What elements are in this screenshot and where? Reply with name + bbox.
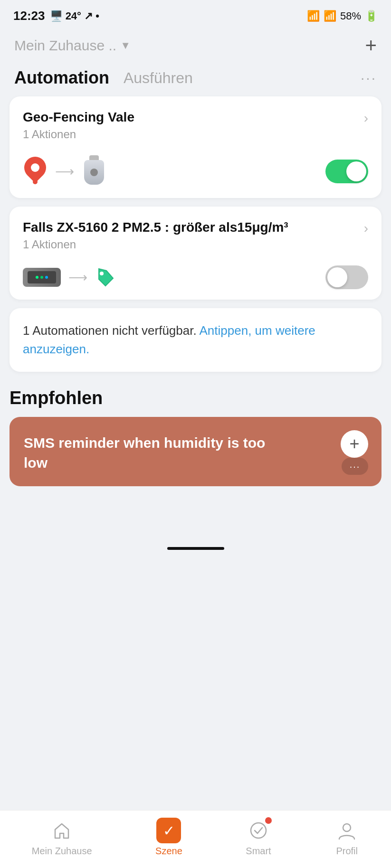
header: Mein Zuhause .. ▼ +: [0, 28, 391, 60]
chevron-right-icon-1: ›: [364, 111, 368, 126]
wifi-icon: 📶: [307, 10, 320, 22]
nav-label-profil: Profil: [336, 846, 358, 857]
tabs-left: Automation Ausführen: [14, 68, 193, 88]
toggle-1[interactable]: [325, 160, 368, 183]
tab-automation[interactable]: Automation: [14, 68, 109, 88]
toggle-2[interactable]: [325, 265, 368, 289]
rec-add-icon: +: [349, 435, 359, 453]
toggle-knob-2: [327, 267, 347, 287]
smart-nav-icon: [246, 818, 271, 843]
nav-item-mein-zuhause[interactable]: Mein Zuhause: [32, 818, 92, 857]
card-icons-1: ⟶: [23, 155, 106, 188]
nav-item-profil[interactable]: Profil: [334, 818, 359, 857]
svg-point-0: [100, 272, 104, 275]
signal-icon: 📶: [324, 10, 336, 22]
card-title-2: Falls ZX-5160 2 PM2.5 : größer als15μg/m…: [23, 220, 364, 235]
tabs-row: Automation Ausführen ···: [0, 60, 391, 92]
card-footer-2: ⟶: [23, 265, 368, 289]
recommended-title: SMS reminder when humidity is too low: [24, 433, 281, 473]
nav-item-smart[interactable]: Smart: [246, 818, 271, 857]
device-icon-1: [82, 155, 106, 188]
tag-icon: [95, 267, 116, 288]
card-header-2: Falls ZX-5160 2 PM2.5 : größer als15μg/m…: [23, 220, 368, 236]
svg-point-1: [251, 823, 266, 838]
card-icons-2: ⟶: [23, 267, 116, 288]
rec-chat-button[interactable]: ···: [342, 458, 368, 475]
status-right-icons: 📶 📶 58% 🔋: [307, 10, 378, 22]
card-footer-1: ⟶: [23, 155, 368, 188]
more-menu-button[interactable]: ···: [361, 70, 377, 86]
svg-point-2: [343, 824, 351, 831]
nav-item-szene[interactable]: ✓ Szene: [155, 818, 182, 857]
card-pm25[interactable]: Falls ZX-5160 2 PM2.5 : größer als15μg/m…: [10, 207, 381, 300]
tab-ausfuhren[interactable]: Ausführen: [124, 69, 193, 87]
content-area: Geo-Fencing Vale › 1 Aktionen ⟶: [0, 92, 391, 543]
card-subtitle-2: 1 Aktionen: [23, 238, 368, 251]
nav-label-szene: Szene: [155, 846, 182, 857]
card-header-1: Geo-Fencing Vale ›: [23, 110, 368, 126]
bottom-navigation: Mein Zuhause ✓ Szene Smart Profil: [0, 810, 391, 868]
info-card: 1 Automationen nicht verfügbar. Antippen…: [10, 308, 381, 372]
status-left: 12:23 🖥️ 24° ↗ •: [13, 9, 99, 23]
rec-add-button[interactable]: +: [341, 430, 368, 458]
toggle-knob-1: [346, 161, 366, 181]
pm-device-icon: [23, 268, 61, 287]
nav-label-mein-zuhause: Mein Zuhause: [32, 846, 92, 857]
status-icons-left: 🖥️ 24° ↗ •: [50, 10, 99, 22]
home-indicator: [167, 547, 224, 550]
home-title-area[interactable]: Mein Zuhause .. ▼: [14, 38, 131, 54]
smart-notification-dot: [265, 817, 272, 824]
battery-icon: 🔋: [365, 10, 378, 22]
dropdown-icon: ▼: [120, 39, 131, 52]
status-bar: 12:23 🖥️ 24° ↗ • 📶 📶 58% 🔋: [0, 0, 391, 28]
location-icon: [23, 157, 48, 186]
home-title-text: Mein Zuhause ..: [14, 38, 116, 54]
szene-check-icon: ✓: [163, 822, 175, 839]
profil-nav-icon: [334, 818, 359, 843]
card-subtitle-1: 1 Aktionen: [23, 128, 368, 141]
chevron-right-icon-2: ›: [364, 221, 368, 236]
home-nav-icon: [49, 818, 74, 843]
recommended-card: SMS reminder when humidity is too low + …: [10, 417, 381, 486]
info-text: 1 Automationen nicht verfügbar.: [23, 323, 197, 338]
pm-dots: [36, 276, 48, 279]
rec-chat-icon: ···: [350, 461, 361, 472]
battery-level: 58%: [340, 10, 361, 22]
add-button[interactable]: +: [365, 36, 377, 56]
arrow-icon-1: ⟶: [55, 164, 74, 179]
time: 12:23: [13, 9, 45, 23]
arrow-icon-2: ⟶: [68, 270, 87, 285]
card-geo-fencing[interactable]: Geo-Fencing Vale › 1 Aktionen ⟶: [10, 96, 381, 198]
recommended-section-title: Empfohlen: [10, 383, 381, 417]
nav-label-smart: Smart: [246, 846, 271, 857]
szene-nav-icon: ✓: [156, 818, 181, 843]
card-title-1: Geo-Fencing Vale: [23, 110, 364, 125]
pm-screen: [28, 271, 56, 283]
